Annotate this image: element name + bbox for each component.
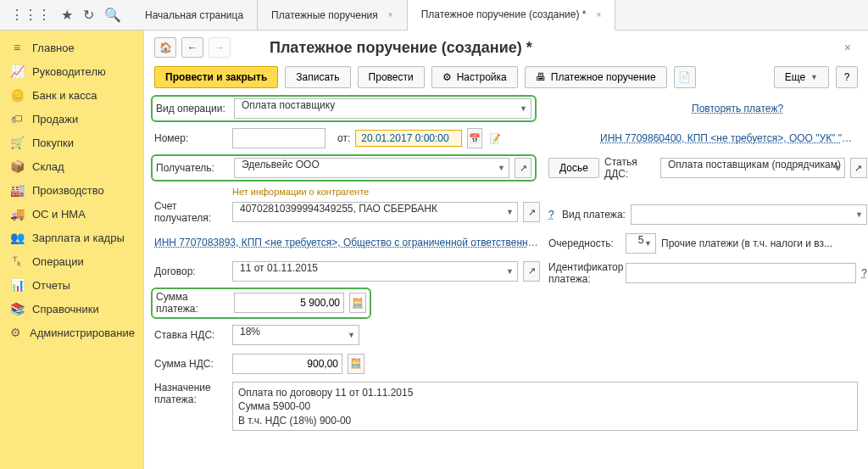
settings-button[interactable]: ⚙Настройка	[431, 66, 518, 88]
priority-select[interactable]: 5 ▼	[626, 233, 656, 254]
post-close-button[interactable]: Провести и закрыть	[154, 66, 278, 88]
dds-select[interactable]: Оплата поставщикам (подрядчикам) ▼	[660, 158, 845, 178]
operation-type-select[interactable]: Оплата поставщику ▼	[234, 98, 531, 119]
books-icon: 📚	[10, 302, 24, 315]
sidebar-item-manager[interactable]: 📈Руководителю	[0, 59, 143, 83]
sidebar-item-sales[interactable]: 🏷Продажи	[0, 107, 143, 131]
open-icon[interactable]: ↗	[850, 158, 867, 178]
open-icon[interactable]: ↗	[523, 261, 540, 282]
date-input[interactable]: 20.01.2017 0:00:00	[355, 130, 462, 147]
calendar-icon[interactable]: 📅	[467, 128, 482, 148]
sidebar-item-label: Склад	[32, 160, 64, 173]
tab-payment-order-create[interactable]: Платежное поручение (создание) *×	[408, 0, 616, 31]
contract-select[interactable]: 11 от 01.11.2015 ▼	[232, 261, 518, 282]
sidebar-item-payroll[interactable]: 👥Зарплата и кадры	[0, 226, 143, 249]
recipient-select[interactable]: Эдельвейс ООО ▼	[234, 158, 509, 178]
close-icon[interactable]: ×	[388, 10, 393, 20]
chevron-down-icon: ▼	[506, 208, 514, 216]
recipient-label: Получатель:	[156, 162, 229, 174]
factory-icon: 🏭	[10, 183, 24, 197]
topbar-quick-icons: ⋮⋮⋮ ★ ↻ 🔍	[0, 7, 131, 23]
repeat-payment-link[interactable]: Повторять платеж?	[692, 103, 783, 114]
sidebar-item-warehouse[interactable]: 📦Склад	[0, 154, 143, 178]
purpose-textarea[interactable]: Оплата по договору 11 от 01.11.2015 Сумм…	[232, 382, 858, 431]
sidebar-item-label: Продажи	[32, 113, 78, 126]
forward-button[interactable]: →	[209, 37, 231, 58]
star-icon[interactable]: ★	[61, 7, 73, 23]
sidebar-item-reports[interactable]: 📊Отчеты	[0, 273, 143, 297]
help-icon[interactable]: ?	[548, 209, 557, 221]
tag-icon: 🏷	[10, 112, 24, 126]
sidebar-item-label: Зарплата и кадры	[32, 232, 125, 244]
printer-icon: 🖶	[536, 71, 546, 83]
operation-type-label: Вид операции:	[156, 103, 229, 114]
vat-rate-select[interactable]: 18% ▼	[232, 325, 359, 345]
gear-icon: ⚙	[442, 71, 452, 83]
print-button[interactable]: 🖶Платежное поручение	[525, 66, 667, 88]
calculator-icon[interactable]: 🧮	[349, 293, 366, 313]
number-input[interactable]	[232, 128, 326, 148]
more-button[interactable]: Еще▼	[774, 66, 829, 88]
amount-input[interactable]	[234, 293, 344, 313]
help-button[interactable]: ?	[836, 66, 858, 88]
ledger-icon: ᵀₖ	[10, 254, 24, 268]
back-button[interactable]: ←	[181, 37, 203, 58]
number-label: Номер:	[154, 132, 227, 144]
help-icon[interactable]: ?	[861, 267, 867, 279]
open-icon[interactable]: ↗	[523, 202, 540, 222]
account-select[interactable]: 40702810399994349255, ПАО СБЕРБАНК ▼	[232, 202, 518, 222]
close-icon[interactable]: ×	[597, 10, 602, 20]
sidebar-item-assets[interactable]: 🚚ОС и НМА	[0, 202, 143, 226]
sidebar-item-label: Отчеты	[32, 279, 70, 292]
vat-amount-label: Сумма НДС:	[154, 358, 227, 370]
tab-payment-orders[interactable]: Платежные поручения×	[258, 0, 408, 30]
contract-label: Договор:	[154, 265, 227, 277]
sidebar-item-label: Операции	[32, 255, 84, 268]
sidebar-item-label: Банк и касса	[32, 89, 97, 102]
chevron-down-icon: ▼	[348, 331, 355, 339]
dds-label: Статья ДДС:	[604, 156, 655, 180]
page-title: Платежное поручение (создание) *	[270, 39, 532, 57]
vat-amount-input[interactable]	[232, 354, 342, 374]
note-icon[interactable]: 📝	[487, 128, 503, 148]
vat-rate-label: Ставка НДС:	[154, 329, 227, 341]
tab-bar: Начальная страница Платежные поручения× …	[131, 0, 615, 30]
sidebar-item-main[interactable]: ≡Главное	[0, 36, 143, 59]
identifier-input[interactable]	[626, 263, 856, 283]
home-button[interactable]: 🏠	[154, 37, 176, 58]
calculator-icon[interactable]: 🧮	[348, 354, 364, 374]
open-icon[interactable]: ↗	[515, 158, 531, 178]
sidebar: ≡Главное 📈Руководителю 🪙Банк и касса 🏷Пр…	[0, 31, 144, 469]
inn2-link[interactable]: ИНН 7707083893, КПП <не требуется>, Обще…	[154, 237, 540, 248]
attach-button[interactable]: 📄	[674, 66, 696, 88]
search-icon[interactable]: 🔍	[104, 7, 121, 23]
sidebar-item-bank[interactable]: 🪙Банк и касса	[0, 83, 143, 107]
post-button[interactable]: Провести	[358, 66, 425, 88]
sidebar-item-admin[interactable]: ⚙Администрирование	[0, 321, 143, 344]
sidebar-item-label: Администрирование	[30, 327, 135, 339]
identifier-label: Идентификатор платежа:	[548, 261, 620, 286]
dossier-button[interactable]: Досье	[548, 158, 599, 178]
inn-link[interactable]: ИНН 7709860400, КПП <не требуется>, ООО …	[600, 132, 858, 144]
chevron-down-icon: ▼	[498, 164, 505, 172]
history-icon[interactable]: ↻	[83, 7, 94, 23]
report-icon: 📊	[10, 278, 24, 292]
cart-icon: 🛒	[10, 136, 24, 149]
sidebar-item-catalogs[interactable]: 📚Справочники	[0, 297, 143, 321]
tab-home[interactable]: Начальная страница	[131, 0, 258, 30]
menu-icon: ≡	[10, 41, 24, 54]
priority-text: Прочие платежи (в т.ч. налоги и вз...	[661, 237, 832, 249]
sidebar-item-label: Справочники	[32, 303, 99, 315]
save-button[interactable]: Записать	[285, 66, 350, 88]
close-page-button[interactable]: ×	[837, 37, 858, 58]
gear-icon: ⚙	[10, 326, 21, 339]
sidebar-item-production[interactable]: 🏭Производство	[0, 178, 143, 202]
sidebar-item-label: Руководителю	[32, 65, 106, 78]
sidebar-item-label: Главное	[32, 42, 75, 54]
sidebar-item-purchases[interactable]: 🛒Покупки	[0, 131, 143, 154]
apps-icon[interactable]: ⋮⋮⋮	[10, 7, 51, 23]
amount-label: Сумма платежа:	[156, 291, 229, 315]
sidebar-item-operations[interactable]: ᵀₖОперации	[0, 249, 143, 273]
chevron-down-icon: ▼	[833, 164, 841, 172]
payment-type-select[interactable]: ▼	[631, 204, 867, 225]
